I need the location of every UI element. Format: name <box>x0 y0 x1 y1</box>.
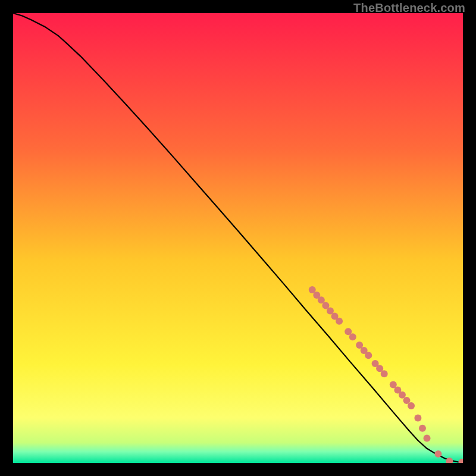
chart-plot <box>13 13 463 463</box>
chart-stage: TheBottleneck.com <box>0 0 476 476</box>
marker-dot <box>434 450 441 458</box>
marker-dot <box>419 425 426 432</box>
marker-dot <box>408 402 415 409</box>
marker-dot <box>424 434 431 441</box>
marker-dot <box>365 352 372 359</box>
plot-background <box>13 13 463 463</box>
marker-dot <box>349 333 356 340</box>
marker-dot <box>336 318 343 325</box>
marker-dot <box>381 370 388 377</box>
marker-dot <box>414 414 421 421</box>
